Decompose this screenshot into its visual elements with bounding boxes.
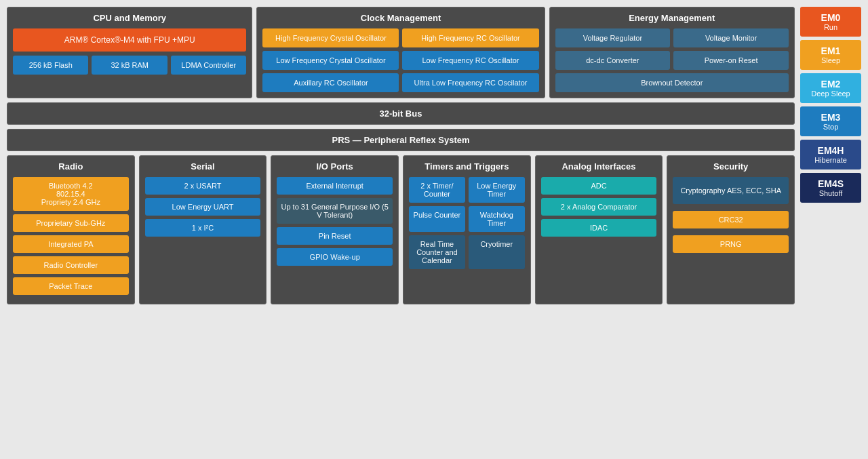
em4s-label: Shutoff [804,189,857,197]
radio-bt: Bluetooth 4.2 802.15.4 Propriety 2.4 GHz [13,177,129,211]
voltage-reg: Voltage Regulator [555,28,671,47]
lf-rc-osc: Low Frequency RC Oscillator [402,51,538,70]
analog-comparator: 2 x Analog Comparator [541,198,657,216]
em3-mode: EM3 Stop [800,106,861,136]
ulf-rc-osc: Ultra Low Frequency RC Oscilator [402,73,538,92]
em1-mode: EM1 Sleep [800,40,861,70]
clock-section: Clock Management High Frequency Crystal … [256,7,545,98]
power-on-reset: Power-on Reset [673,51,789,70]
prs-bus: PRS — Peripheral Reflex System [7,129,795,151]
radio-packet-trace: Packet Trace [13,277,129,295]
dc-dc: dc-dc Converter [555,51,671,70]
watchdog-timer: Watchdog Timer [469,206,525,232]
timer-counter: 2 x Timer/ Counter [409,177,465,203]
em2-id: EM2 [804,79,857,89]
bottom-row: Radio Bluetooth 4.2 802.15.4 Propriety 2… [7,155,795,304]
em4h-label: Hibernate [804,156,857,164]
analog-adc: ADC [541,177,657,195]
security-grid: Cryptography AES, ECC, SHA CRC32 PRNG [673,177,789,256]
voltage-mon: Voltage Monitor [673,28,789,47]
io-title: I/O Ports [277,161,393,172]
analog-section: Analog Interfaces ADC 2 x Analog Compara… [535,155,663,304]
io-gpio-wakeup: GPIO Wake-up [277,248,393,266]
le-timer: Low Energy Timer [469,177,525,203]
em4s-mode: EM4S Shutoff [800,173,861,203]
cpu-section: CPU and Memory ARM® Cortex®-M4 with FPU … [7,7,252,98]
cpu-ldma: LDMA Controller [171,56,246,75]
radio-section: Radio Bluetooth 4.2 802.15.4 Propriety 2… [7,155,135,304]
security-prng: PRNG [673,235,789,253]
io-gpio: Up to 31 General Purpose I/O (5 V Tolera… [277,198,393,224]
timers-grid: 2 x Timer/ Counter Low Energy Timer Puls… [409,177,525,269]
clock-title: Clock Management [262,13,538,23]
aux-rc-osc: Auxillary RC Oscillator [262,73,399,92]
bus-32bit: 32-bit Bus [7,102,795,125]
analog-idac: IDAC [541,219,657,237]
cpu-bottom-row: 256 kB Flash 32 kB RAM LDMA Controller [13,56,246,75]
cpu-title: CPU and Memory [13,13,246,23]
hf-rc-osc: High Frequency RC Oscillator [402,28,538,47]
em0-label: Run [804,23,857,31]
security-title: Security [673,161,789,172]
em0-id: EM0 [804,12,857,23]
em2-mode: EM2 Deep Sleep [800,73,861,103]
io-section: I/O Ports External Interrupt Up to 31 Ge… [271,155,399,304]
rtc-calendar: Real Time Counter and Calendar [409,235,465,269]
energy-grid: Voltage Regulator Voltage Monitor dc-dc … [555,28,789,92]
cpu-ram: 32 kB RAM [92,56,167,75]
em2-label: Deep Sleep [804,89,857,98]
timers-title: Timers and Triggers [409,161,525,172]
cpu-flash: 256 kB Flash [13,56,88,75]
em4s-id: EM4S [804,178,857,189]
security-crc32: CRC32 [673,211,789,228]
radio-controller: Radio Controller [13,256,129,274]
radio-integrated-pa: Integrated PA [13,235,129,253]
em1-id: EM1 [804,45,857,56]
main-content: CPU and Memory ARM® Cortex®-M4 with FPU … [7,7,795,452]
energy-title: Energy Management [555,13,789,23]
pulse-counter: Pulse Counter [409,206,465,232]
serial-usart: 2 x USART [145,177,261,195]
em1-label: Sleep [804,56,857,64]
em4h-id: EM4H [804,145,857,156]
radio-title: Radio [13,161,129,172]
top-row: CPU and Memory ARM® Cortex®-M4 with FPU … [7,7,795,98]
timers-section: Timers and Triggers 2 x Timer/ Counter L… [403,155,531,304]
analog-title: Analog Interfaces [541,161,657,172]
cryotimer: Cryotimer [469,235,525,269]
em0-mode: EM0 Run [800,7,861,37]
cpu-arm-box: ARM® Cortex®-M4 with FPU +MPU [13,28,246,52]
em4h-mode: EM4H Hibernate [800,140,861,169]
serial-section: Serial 2 x USART Low Energy UART 1 x I²C [139,155,267,304]
serial-le-uart: Low Energy UART [145,198,261,216]
brownout-detector: Brownout Detector [555,73,789,92]
hf-crystal-osc: High Frequency Crystal Oscillator [262,28,399,47]
clock-grid: High Frequency Crystal Oscillator High F… [262,28,538,92]
io-pin-reset: Pin Reset [277,227,393,245]
em3-id: EM3 [804,112,857,123]
serial-title: Serial [145,161,261,172]
em3-label: Stop [804,123,857,131]
lf-crystal-osc: Low Frequency Crystal Oscillator [262,51,399,70]
security-crypto: Cryptography AES, ECC, SHA [673,177,789,204]
radio-sub-ghz: Proprietary Sub-GHz [13,214,129,232]
security-section: Security Cryptography AES, ECC, SHA CRC3… [667,155,795,304]
serial-i2c: 1 x I²C [145,219,261,237]
em-panel: EM0 Run EM1 Sleep EM2 Deep Sleep EM3 Sto… [800,7,861,452]
energy-section: Energy Management Voltage Regulator Volt… [549,7,795,98]
io-ext-int: External Interrupt [277,177,393,195]
